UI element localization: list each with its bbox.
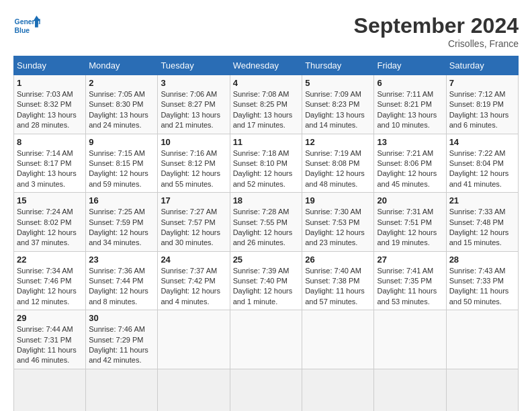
day-info: Sunrise: 7:03 AM Sunset: 8:32 PM Dayligh… (17, 89, 83, 131)
daylight-label: Daylight: 12 hours and 8 minutes. (89, 287, 148, 305)
day-info: Sunrise: 7:19 AM Sunset: 8:08 PM Dayligh… (305, 148, 371, 190)
sunrise-label: Sunrise: 7:43 AM (449, 267, 506, 275)
col-wednesday: Wednesday (230, 56, 302, 75)
daylight-label: Daylight: 12 hours and 4 minutes. (161, 287, 220, 305)
location: Crisolles, France (354, 38, 519, 49)
daylight-label: Daylight: 12 hours and 48 minutes. (305, 169, 365, 187)
logo: General Blue (13, 13, 40, 40)
table-row: 10 Sunrise: 7:16 AM Sunset: 8:12 PM Dayl… (158, 134, 230, 193)
page-header: General Blue September 2024 Crisolles, F… (13, 13, 519, 49)
sunrise-label: Sunrise: 7:21 AM (377, 149, 433, 157)
day-number: 19 (305, 195, 371, 205)
table-row: 8 Sunrise: 7:14 AM Sunset: 8:17 PM Dayli… (14, 134, 86, 193)
sunset-label: Sunset: 8:21 PM (377, 100, 431, 108)
day-info: Sunrise: 7:44 AM Sunset: 7:31 PM Dayligh… (17, 324, 83, 366)
day-number: 15 (17, 195, 83, 205)
daylight-label: Daylight: 13 hours and 21 minutes. (161, 111, 220, 129)
day-number: 22 (17, 255, 83, 265)
day-number: 10 (161, 137, 226, 147)
day-info: Sunrise: 7:43 AM Sunset: 7:33 PM Dayligh… (449, 266, 515, 308)
day-info: Sunrise: 7:40 AM Sunset: 7:38 PM Dayligh… (305, 266, 371, 308)
daylight-label: Daylight: 12 hours and 1 minute. (233, 287, 293, 305)
daylight-label: Daylight: 11 hours and 46 minutes. (17, 346, 77, 364)
sunset-label: Sunset: 7:35 PM (377, 277, 431, 285)
table-row: 20 Sunrise: 7:31 AM Sunset: 7:51 PM Dayl… (374, 193, 446, 252)
table-row: 30 Sunrise: 7:46 AM Sunset: 7:29 PM Dayl… (86, 310, 158, 369)
month-title: September 2024 (354, 13, 519, 38)
day-number: 14 (449, 137, 515, 147)
sunrise-label: Sunrise: 7:24 AM (17, 208, 73, 216)
sunset-label: Sunset: 8:32 PM (17, 100, 71, 108)
daylight-label: Daylight: 12 hours and 55 minutes. (161, 169, 220, 187)
day-info: Sunrise: 7:05 AM Sunset: 8:30 PM Dayligh… (89, 89, 154, 131)
sunrise-label: Sunrise: 7:08 AM (233, 90, 290, 98)
sunrise-label: Sunrise: 7:06 AM (161, 90, 217, 98)
daylight-label: Daylight: 11 hours and 57 minutes. (305, 287, 365, 305)
table-row: 7 Sunrise: 7:12 AM Sunset: 8:19 PM Dayli… (446, 75, 518, 134)
day-info: Sunrise: 7:27 AM Sunset: 7:57 PM Dayligh… (161, 207, 226, 248)
sunrise-label: Sunrise: 7:46 AM (89, 325, 145, 333)
table-row: 24 Sunrise: 7:37 AM Sunset: 7:42 PM Dayl… (158, 251, 230, 310)
daylight-label: Daylight: 13 hours and 28 minutes. (17, 111, 77, 129)
sunrise-label: Sunrise: 7:16 AM (161, 149, 217, 157)
day-number: 18 (233, 195, 300, 205)
day-number: 3 (161, 78, 226, 88)
day-number: 12 (305, 137, 371, 147)
empty-cell (14, 369, 86, 411)
sunset-label: Sunset: 8:08 PM (305, 159, 359, 167)
daylight-label: Daylight: 13 hours and 6 minutes. (449, 111, 509, 129)
daylight-label: Daylight: 13 hours and 14 minutes. (305, 111, 365, 129)
day-number: 9 (89, 137, 154, 147)
table-row: 4 Sunrise: 7:08 AM Sunset: 8:25 PM Dayli… (230, 75, 302, 134)
day-info: Sunrise: 7:16 AM Sunset: 8:12 PM Dayligh… (161, 148, 226, 190)
day-info: Sunrise: 7:14 AM Sunset: 8:17 PM Dayligh… (17, 148, 83, 190)
day-info: Sunrise: 7:25 AM Sunset: 7:59 PM Dayligh… (89, 207, 154, 248)
calendar-row: 15 Sunrise: 7:24 AM Sunset: 8:02 PM Dayl… (14, 193, 519, 252)
table-row: 18 Sunrise: 7:28 AM Sunset: 7:55 PM Dayl… (230, 193, 302, 252)
sunset-label: Sunset: 8:15 PM (89, 159, 143, 167)
table-row: 26 Sunrise: 7:40 AM Sunset: 7:38 PM Dayl… (302, 251, 374, 310)
day-info: Sunrise: 7:28 AM Sunset: 7:55 PM Dayligh… (233, 207, 300, 248)
sunset-label: Sunset: 8:02 PM (17, 218, 71, 226)
sunset-label: Sunset: 7:48 PM (449, 218, 504, 226)
day-number: 7 (449, 78, 515, 88)
empty-cell (158, 369, 230, 411)
table-row: 3 Sunrise: 7:06 AM Sunset: 8:27 PM Dayli… (158, 75, 230, 134)
day-number: 11 (233, 137, 300, 147)
empty-cell (446, 310, 518, 369)
day-number: 28 (449, 255, 515, 265)
table-row: 21 Sunrise: 7:33 AM Sunset: 7:48 PM Dayl… (446, 193, 518, 252)
empty-cell (446, 369, 518, 411)
day-info: Sunrise: 7:34 AM Sunset: 7:46 PM Dayligh… (17, 266, 83, 308)
table-row: 14 Sunrise: 7:22 AM Sunset: 8:04 PM Dayl… (446, 134, 518, 193)
sunset-label: Sunset: 7:42 PM (161, 277, 215, 285)
day-info: Sunrise: 7:41 AM Sunset: 7:35 PM Dayligh… (377, 266, 443, 308)
sunrise-label: Sunrise: 7:11 AM (377, 90, 433, 98)
sunrise-label: Sunrise: 7:12 AM (449, 90, 506, 98)
daylight-label: Daylight: 11 hours and 50 minutes. (449, 287, 509, 305)
daylight-label: Daylight: 11 hours and 53 minutes. (377, 287, 437, 305)
calendar-row: 8 Sunrise: 7:14 AM Sunset: 8:17 PM Dayli… (14, 134, 519, 193)
table-row: 27 Sunrise: 7:41 AM Sunset: 7:35 PM Dayl… (374, 251, 446, 310)
day-number: 6 (377, 78, 443, 88)
sunset-label: Sunset: 8:12 PM (161, 159, 215, 167)
sunrise-label: Sunrise: 7:36 AM (89, 267, 145, 275)
logo-svg: General Blue (13, 13, 40, 40)
sunrise-label: Sunrise: 7:30 AM (305, 208, 361, 216)
day-info: Sunrise: 7:33 AM Sunset: 7:48 PM Dayligh… (449, 207, 515, 248)
col-tuesday: Tuesday (158, 56, 230, 75)
calendar-table: Sunday Monday Tuesday Wednesday Thursday… (13, 56, 519, 411)
svg-text:Blue: Blue (15, 27, 30, 34)
day-info: Sunrise: 7:22 AM Sunset: 8:04 PM Dayligh… (449, 148, 515, 190)
sunrise-label: Sunrise: 7:22 AM (449, 149, 506, 157)
day-number: 24 (161, 255, 226, 265)
table-row: 23 Sunrise: 7:36 AM Sunset: 7:44 PM Dayl… (86, 251, 158, 310)
daylight-label: Daylight: 12 hours and 23 minutes. (305, 228, 365, 246)
sunrise-label: Sunrise: 7:39 AM (233, 267, 290, 275)
daylight-label: Daylight: 12 hours and 19 minutes. (377, 228, 437, 246)
sunrise-label: Sunrise: 7:33 AM (449, 208, 506, 216)
day-number: 20 (377, 195, 443, 205)
daylight-label: Daylight: 12 hours and 45 minutes. (377, 169, 437, 187)
day-number: 8 (17, 137, 83, 147)
col-thursday: Thursday (302, 56, 374, 75)
